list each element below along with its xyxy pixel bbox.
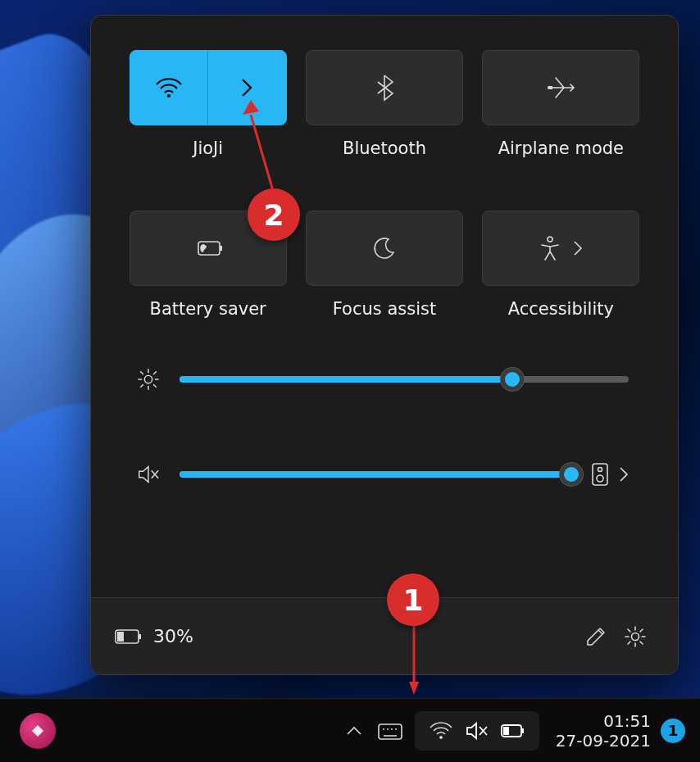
keyboard-icon <box>377 721 403 741</box>
battery-percent-label: 30% <box>153 626 193 646</box>
focus-assist-tile[interactable] <box>306 211 463 286</box>
touch-keyboard-button[interactable] <box>374 714 407 747</box>
annotation-badge-1: 1 <box>387 574 439 626</box>
svg-point-19 <box>632 633 639 640</box>
tray-overflow-button[interactable] <box>338 714 370 747</box>
audio-output-icon[interactable] <box>591 462 609 487</box>
tray-wifi-icon[interactable] <box>425 714 457 747</box>
quick-settings-panel: JioJi Bluetooth Airplane mode <box>90 15 679 675</box>
svg-point-27 <box>387 728 389 730</box>
airplane-icon <box>546 75 575 101</box>
wifi-label: JioJi <box>193 138 223 158</box>
battery-icon <box>114 628 143 646</box>
accessibility-tile[interactable] <box>482 211 639 286</box>
airplane-mode-label: Airplane mode <box>498 138 624 158</box>
chevron-right-icon[interactable] <box>619 466 629 483</box>
quick-settings-grid: JioJi Bluetooth Airplane mode <box>91 16 678 319</box>
svg-line-11 <box>141 385 143 388</box>
taskbar-clock[interactable]: 01:51 27-09-2021 <box>556 711 651 751</box>
svg-point-30 <box>439 736 443 739</box>
taskbar-app-pinned[interactable] <box>20 713 56 749</box>
volume-slider-row <box>137 458 629 491</box>
svg-line-9 <box>141 372 143 374</box>
accessibility-label: Accessibility <box>508 299 614 319</box>
volume-thumb[interactable] <box>560 463 583 486</box>
svg-point-29 <box>395 728 397 730</box>
chevron-up-icon <box>345 725 363 737</box>
brightness-slider-row <box>137 363 629 396</box>
system-tray-network-area[interactable] <box>415 711 539 751</box>
gear-icon <box>623 624 648 649</box>
svg-point-15 <box>597 475 603 482</box>
accessibility-icon <box>539 235 561 261</box>
taskbar: 01:51 27-09-2021 1 <box>0 698 700 762</box>
bluetooth-tile[interactable] <box>306 50 463 125</box>
svg-marker-21 <box>409 682 419 695</box>
chevron-right-icon <box>239 76 254 99</box>
app-icon <box>29 722 47 740</box>
annotation-arrow-1 <box>409 623 419 696</box>
annotation-badge-2: 2 <box>248 188 300 241</box>
svg-line-12 <box>154 372 157 374</box>
svg-line-10 <box>154 385 157 388</box>
brightness-thumb[interactable] <box>501 368 524 391</box>
svg-point-26 <box>383 728 384 730</box>
focus-assist-label: Focus assist <box>333 299 436 319</box>
wifi-icon <box>155 77 183 98</box>
notification-count-badge[interactable]: 1 <box>661 719 685 743</box>
battery-saver-label: Battery saver <box>150 299 266 319</box>
svg-point-3 <box>548 237 552 242</box>
moon-icon <box>372 236 397 261</box>
quick-settings-footer: 30% <box>91 597 678 674</box>
annotation-arrow-2 <box>243 100 284 198</box>
svg-rect-33 <box>503 727 509 735</box>
chevron-right-icon <box>573 240 583 256</box>
svg-point-4 <box>144 375 152 383</box>
tray-volume-muted-icon[interactable] <box>461 714 493 747</box>
bluetooth-icon <box>375 74 394 102</box>
clock-time: 01:51 <box>556 711 651 731</box>
brightness-slider[interactable] <box>180 376 629 383</box>
svg-marker-23 <box>243 100 259 115</box>
volume-slider[interactable] <box>180 471 571 478</box>
svg-point-14 <box>598 468 602 472</box>
pencil-icon <box>584 625 607 648</box>
battery-status[interactable]: 30% <box>114 626 193 646</box>
settings-button[interactable] <box>616 617 655 656</box>
tray-battery-icon[interactable] <box>497 714 530 747</box>
brightness-icon <box>137 367 160 392</box>
svg-rect-18 <box>117 632 124 642</box>
svg-point-0 <box>167 94 170 98</box>
svg-line-22 <box>251 115 274 193</box>
clock-date: 27-09-2021 <box>556 731 651 751</box>
svg-point-28 <box>391 728 393 730</box>
edit-quick-settings-button[interactable] <box>576 617 616 656</box>
wifi-toggle[interactable] <box>130 51 208 125</box>
sliders-section <box>91 319 678 491</box>
svg-rect-24 <box>379 724 402 739</box>
airplane-mode-tile[interactable] <box>482 50 639 125</box>
volume-muted-icon[interactable] <box>137 463 160 486</box>
svg-rect-32 <box>521 728 524 733</box>
svg-rect-17 <box>139 634 141 639</box>
svg-rect-2 <box>220 246 222 251</box>
battery-saver-icon <box>192 238 225 259</box>
bluetooth-label: Bluetooth <box>343 138 426 158</box>
